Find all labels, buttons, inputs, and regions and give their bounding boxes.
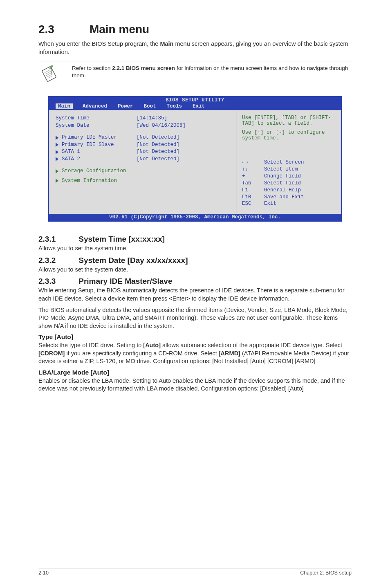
- bios-row-pis-v: [Not Detected]: [137, 141, 231, 149]
- bios-row-pim-v: [Not Detected]: [137, 134, 231, 141]
- note-icon-cell: [38, 65, 72, 83]
- triangle-icon: [56, 143, 58, 147]
- bios-left-pane: System Time[14:14:35] System Date[Wed 04…: [50, 111, 237, 213]
- bios-row-pis-k: Primary IDE Slave: [62, 141, 114, 149]
- heading-232-num: 2.3.2: [38, 256, 56, 265]
- bios-menubar: Main Advanced Power Boot Tools Exit: [49, 103, 341, 110]
- heading-231-title: System Time [xx:xx:xx]: [78, 235, 165, 243]
- bios-screenshot: BIOS SETUP UTILITY Main Advanced Power B…: [48, 96, 342, 222]
- legend-label: Select Screen: [264, 159, 304, 166]
- heading-lba-mode: LBA/Large Mode [Auto]: [38, 369, 352, 376]
- heading-233: 2.3.3Primary IDE Master/Slave: [38, 277, 352, 286]
- bios-footer: v02.61 (C)Copyright 1985-2008, American …: [49, 214, 341, 221]
- legend-key: F1: [242, 187, 259, 194]
- bios-menu-main: Main: [56, 103, 73, 109]
- bios-body: System Time[14:14:35] System Date[Wed 04…: [49, 110, 341, 214]
- triangle-icon: [56, 169, 58, 173]
- legend-label: Select Item: [264, 166, 298, 173]
- bios-row-sysdate-k: System Date: [56, 122, 90, 130]
- bios-row-sysinfo-k: System Information: [62, 177, 117, 185]
- bios-row-s2-k: SATA 2: [62, 156, 80, 163]
- legend-label: Change Field: [264, 173, 301, 180]
- legend-key: F10: [242, 194, 259, 201]
- body-233b: The BIOS automatically detects the value…: [38, 306, 352, 330]
- body-type-auto: Selects the type of IDE drive. Setting t…: [38, 341, 352, 366]
- heading-232-title: System Date [Day xx/xx/xxxx]: [78, 256, 188, 265]
- bios-title: BIOS SETUP UTILITY: [49, 97, 341, 103]
- type-auto-b3: [ARMD]: [219, 350, 240, 357]
- intro-pre: When you enter the BIOS Setup program, t…: [38, 40, 160, 47]
- heading-type-auto: Type [Auto]: [38, 333, 352, 341]
- bios-help-1: Use [ENTER], [TAB] or [SHIFT-TAB] to sel…: [242, 115, 335, 126]
- bios-menu-exit: Exit: [192, 103, 206, 109]
- bios-row-s2-v: [Not Detected]: [137, 156, 231, 163]
- legend-key: ↑↓: [242, 166, 259, 173]
- heading-233-title: Primary IDE Master/Slave: [78, 277, 172, 285]
- heading-232: 2.3.2System Date [Day xx/xx/xxxx]: [38, 256, 352, 265]
- heading-231: 2.3.1System Time [xx:xx:xx]: [38, 235, 352, 244]
- heading-233-num: 2.3.3: [38, 277, 56, 285]
- legend-label: Select Field: [264, 180, 301, 187]
- bios-row-s1-k: SATA 1: [62, 148, 80, 156]
- triangle-icon: [56, 157, 58, 161]
- bios-row-systime-v: [14:14:35]: [137, 115, 231, 122]
- bios-row-s1-v: [Not Detected]: [137, 148, 231, 156]
- legend-label: Save and Exit: [264, 194, 304, 201]
- body-231: Allows you to set the system time.: [38, 245, 352, 253]
- legend-key: Tab: [242, 180, 259, 187]
- type-auto-mid1: allows automatic selection of the approp…: [161, 342, 342, 348]
- type-auto-b1: [Auto]: [143, 342, 161, 348]
- page-number: 2-10: [38, 570, 49, 576]
- type-auto-b2: [CDROM]: [38, 350, 65, 357]
- bios-row-pim-k: Primary IDE Master: [62, 134, 117, 141]
- note-box: Refer to section 2.2.1 BIOS menu screen …: [38, 61, 352, 86]
- legend-label: General Help: [264, 187, 301, 194]
- type-auto-pre1: Selects the type of IDE drive. Setting t…: [38, 342, 143, 348]
- page-footer: 2-10 Chapter 2: BIOS setup: [38, 568, 352, 576]
- chapter-label: Chapter 2: BIOS setup: [300, 570, 352, 576]
- legend-key: ←→: [242, 159, 259, 166]
- bios-row-storage-k: Storage Configuration: [62, 168, 126, 175]
- type-auto-mid2: if you are specifically configuring a CD…: [65, 350, 218, 357]
- triangle-icon: [56, 179, 58, 183]
- intro-paragraph: When you enter the BIOS Setup program, t…: [38, 40, 352, 56]
- section-heading: 2.3Main menu: [38, 23, 352, 36]
- bios-menu-tools: Tools: [166, 103, 183, 109]
- legend-key: ESC: [242, 200, 259, 207]
- legend-key: +-: [242, 173, 259, 180]
- note-bold: 2.2.1 BIOS menu screen: [112, 65, 175, 71]
- bios-menu-advanced: Advanced: [82, 103, 108, 109]
- bios-row-systime-k: System Time: [56, 115, 90, 122]
- note-text: Refer to section 2.2.1 BIOS menu screen …: [72, 65, 352, 79]
- svg-line-2: [45, 71, 51, 74]
- bios-menu-power: Power: [117, 103, 134, 109]
- heading-231-num: 2.3.1: [38, 235, 56, 243]
- bios-menu-boot: Boot: [143, 103, 157, 109]
- bios-legend: ←→Select Screen ↑↓Select Item +-Change F…: [242, 159, 335, 207]
- body-lba-mode: Enables or disables the LBA mode. Settin…: [38, 377, 352, 393]
- paper-icon: [38, 65, 60, 83]
- section-number: 2.3: [38, 23, 54, 36]
- bios-help-2: Use [+] or [-] to configure system time.: [242, 130, 335, 141]
- triangle-icon: [56, 150, 58, 154]
- triangle-icon: [56, 136, 58, 140]
- page: 2.3Main menu When you enter the BIOS Set…: [0, 0, 390, 588]
- body-232: Allows you to set the system date.: [38, 266, 352, 274]
- intro-bold: Main: [160, 40, 173, 47]
- bios-right-pane: Use [ENTER], [TAB] or [SHIFT-TAB] to sel…: [237, 111, 340, 213]
- note-pre: Refer to section: [72, 65, 112, 71]
- svg-line-1: [45, 70, 50, 73]
- bios-row-sysdate-v: [Wed 04/16/2008]: [137, 122, 231, 130]
- section-title-text: Main menu: [90, 23, 149, 36]
- body-233a: While entering Setup, the BIOS automatic…: [38, 287, 352, 303]
- svg-line-4: [47, 74, 53, 77]
- legend-label: Exit: [264, 200, 276, 207]
